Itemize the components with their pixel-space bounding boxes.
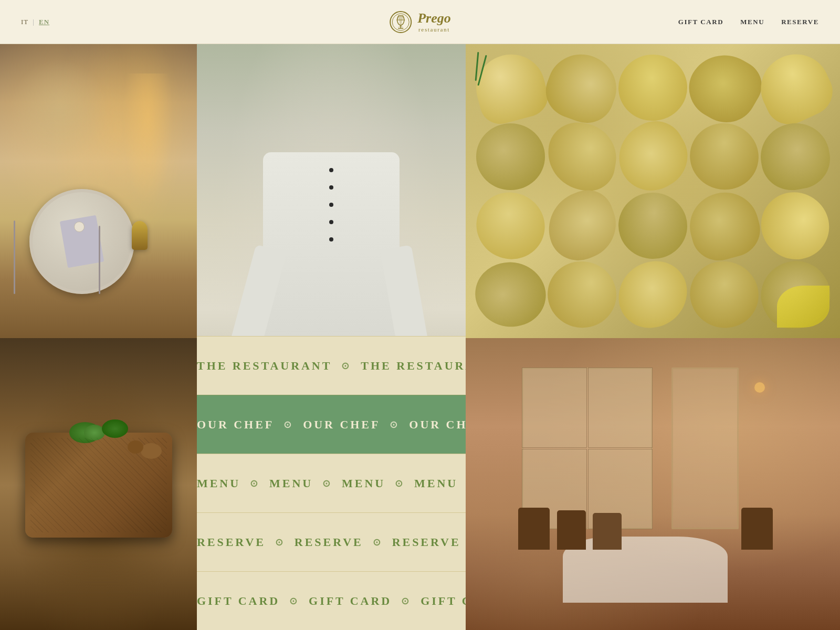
language-switcher: IT | EN — [21, 18, 49, 26]
menu-row-gift-card[interactable]: GIFT CARD ⊙ GIFT CARD ⊙ GIFT CARD ⊙ GIFT… — [197, 571, 466, 630]
gift-card-label-3: GIFT CARD — [421, 594, 466, 608]
menu-row-reserve[interactable]: RESERVE ⊙ RESERVE ⊙ RESERVE ⊙ RESERVE ⊙ … — [197, 512, 466, 571]
photo-candles — [0, 44, 197, 338]
gift-card-label-2: GIFT CARD — [309, 594, 392, 608]
nav-menu[interactable]: MENU — [740, 18, 764, 26]
lang-it[interactable]: IT — [21, 18, 28, 26]
chef-label-1: OUR CHEF — [197, 418, 274, 432]
menu-label-1: MENU — [197, 477, 240, 490]
gift-card-label-1: GIFT CARD — [197, 594, 280, 608]
reserve-label-3: RESERVE — [392, 536, 461, 549]
reserve-label-1: RESERVE — [197, 536, 266, 549]
menu-label-4: MENU — [414, 477, 458, 490]
menu-row-chef[interactable]: OUR CHEF ⊙ OUR CHEF ⊙ OUR CHEF ⊙ OUR CHE… — [197, 395, 466, 454]
main-nav: GIFT CARD MENU RESERVE — [678, 18, 819, 26]
photo-shellfish — [466, 44, 840, 338]
photo-food — [0, 338, 197, 630]
logo-icon — [389, 10, 412, 34]
reserve-label-2: RESERVE — [295, 536, 363, 549]
nav-gift-card[interactable]: GIFT CARD — [678, 18, 723, 26]
nav-reserve[interactable]: RESERVE — [781, 18, 819, 26]
menu-label-3: MENU — [342, 477, 385, 490]
chef-label-3: OUR CHEF — [409, 418, 466, 432]
restaurant-label-2: THE RESTAURANT — [361, 359, 466, 373]
logo[interactable]: Prego restaurant — [389, 10, 451, 34]
chef-label-2: OUR CHEF — [303, 418, 380, 432]
menu-row-restaurant[interactable]: THE RESTAURANT ⊙ THE RESTAURANT ⊙ THE RE… — [197, 336, 466, 395]
logo-name: Prego — [417, 11, 451, 26]
site-header: IT | EN Prego restaurant GIFT CARD MENU … — [0, 0, 840, 44]
lang-separator: | — [33, 18, 35, 26]
logo-subtitle: restaurant — [417, 26, 451, 33]
menu-row-menu[interactable]: MENU ⊙ MENU ⊙ MENU ⊙ MENU ⊙ MENU ⊙ MENU … — [197, 454, 466, 512]
restaurant-label-1: THE RESTAURANT — [197, 359, 332, 373]
menu-label-2: MENU — [269, 477, 313, 490]
lang-en[interactable]: EN — [39, 18, 49, 26]
photo-interior — [466, 338, 840, 630]
menu-panel: THE RESTAURANT ⊙ THE RESTAURANT ⊙ THE RE… — [197, 336, 466, 630]
